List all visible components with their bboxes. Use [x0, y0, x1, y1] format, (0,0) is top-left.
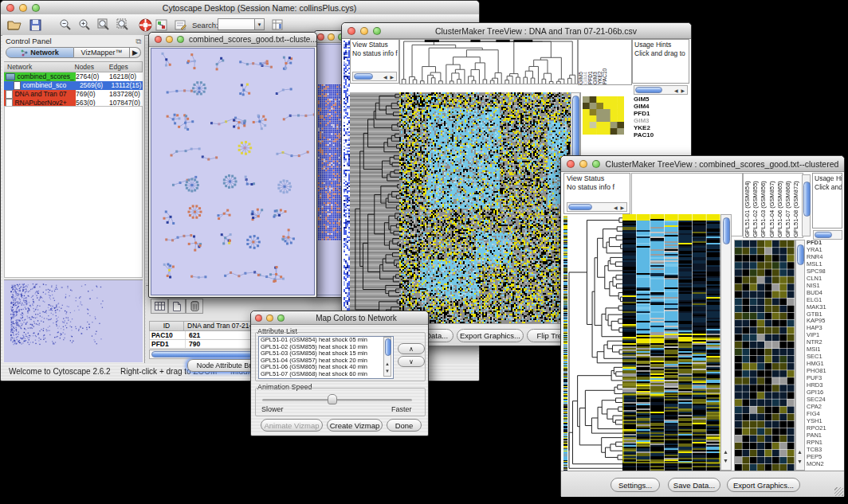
- gene-label[interactable]: VIP1: [807, 332, 842, 339]
- minimize-button[interactable]: [328, 33, 335, 41]
- network-canvas[interactable]: [151, 48, 315, 295]
- delete-attribute-icon[interactable]: [186, 299, 203, 314]
- array-label[interactable]: GPL51-02 (GSM855): [752, 174, 760, 237]
- gene-label[interactable]: YKE2: [634, 124, 689, 131]
- gene-label[interactable]: YRA1: [807, 247, 842, 254]
- attribute-list-item[interactable]: GPL51-02 (GSM855) heat shock 10 min: [259, 344, 393, 351]
- zoom-button[interactable]: [32, 4, 40, 12]
- gene-label[interactable]: PFD1: [634, 110, 689, 117]
- zoom-out-icon[interactable]: [57, 17, 74, 33]
- usage-hints-scrollbar[interactable]: ◀ ▶: [634, 85, 688, 95]
- zoom-selected-icon[interactable]: [114, 17, 132, 33]
- minimize-button[interactable]: [166, 36, 173, 43]
- select-attributes-icon[interactable]: [151, 299, 168, 314]
- global-view-strip[interactable]: [344, 39, 350, 323]
- resize-grip[interactable]: [834, 487, 843, 496]
- array-label[interactable]: GPL51-07 (GSM868): [784, 174, 792, 237]
- close-button[interactable]: [255, 315, 262, 322]
- gene-label[interactable]: GIM3: [634, 117, 689, 124]
- open-file-icon[interactable]: [6, 17, 23, 33]
- close-button[interactable]: [567, 160, 575, 168]
- attribute-list-item[interactable]: GPL51-01 (GSM854) heat shock 05 min: [259, 337, 393, 344]
- tab-vizmapper[interactable]: VizMapper™: [74, 47, 130, 58]
- gene-label[interactable]: MSL1: [807, 261, 842, 268]
- gene-label[interactable]: NIS1: [807, 283, 842, 290]
- gene-label[interactable]: MAK31: [807, 304, 842, 311]
- zoom-fit-icon[interactable]: [95, 17, 112, 33]
- done-button[interactable]: Done: [387, 419, 422, 432]
- settings-button[interactable]: Settings...: [610, 478, 660, 492]
- tab-network[interactable]: Network: [6, 47, 74, 58]
- zoom-button[interactable]: [592, 160, 600, 168]
- gene-label[interactable]: ELG1: [807, 297, 842, 304]
- row-dendrogram-canvas[interactable]: [350, 92, 399, 323]
- gene-label[interactable]: YSH1: [807, 418, 842, 425]
- zoom-button[interactable]: [277, 315, 285, 322]
- gene-label[interactable]: KAP95: [807, 318, 842, 325]
- gene-label[interactable]: SPC98: [807, 268, 842, 275]
- float-panel-icon[interactable]: ⧉: [135, 37, 141, 46]
- array-label[interactable]: GPL51-03 (GSM856): [760, 174, 768, 237]
- gene-label[interactable]: BUD4: [807, 290, 842, 297]
- scroll-down-icon[interactable]: ▼: [723, 458, 728, 463]
- scroll-up-icon[interactable]: ▲: [723, 449, 728, 455]
- gene-label[interactable]: TCB3: [807, 447, 842, 454]
- gene-label[interactable]: PHO81: [807, 368, 842, 375]
- close-button[interactable]: [347, 27, 355, 35]
- gene-label[interactable]: PFD1: [807, 240, 842, 247]
- id-column-header[interactable]: ID: [150, 322, 184, 330]
- usage-hints-scrollbar[interactable]: [813, 230, 842, 240]
- heatmap-v scrollbar[interactable]: ▲ ▼: [720, 214, 732, 471]
- save-icon[interactable]: [26, 17, 44, 33]
- gene-label[interactable]: RNR4: [807, 254, 842, 261]
- network-row-combined-scores[interactable]: combined_scores_ 2764(0) 16218(0): [4, 72, 143, 81]
- attribute-list-item[interactable]: GPL51-07 (GSM868) heat shock 60 min: [259, 371, 393, 378]
- network-row-dna-tran[interactable]: DNA and Tran 07 769(0) 183728(0): [4, 90, 143, 99]
- zoomed-heatmap-canvas[interactable]: [734, 240, 795, 472]
- scroll-up-icon[interactable]: ▲: [797, 449, 803, 455]
- gene-label[interactable]: PAC10: [634, 131, 689, 139]
- main-titlebar[interactable]: Cytoscape Desktop (Session Name: collins…: [1, 1, 479, 15]
- gene-label[interactable]: PAN1: [807, 432, 842, 440]
- column-dendrogram-canvas[interactable]: [399, 39, 578, 84]
- gene-label[interactable]: GTB1: [807, 311, 842, 318]
- export-graphics-button[interactable]: Export Graphics...: [727, 478, 800, 492]
- gene-label[interactable]: PUF3: [807, 375, 842, 382]
- gene-label[interactable]: SEC1: [807, 354, 842, 361]
- gene-label[interactable]: GIM4: [634, 103, 689, 110]
- gene-label[interactable]: GIM5: [634, 96, 689, 103]
- animate-vizmap-button[interactable]: Animate Vizmap: [261, 419, 323, 432]
- array-label[interactable]: GPL51-04 (GSM857): [768, 174, 776, 237]
- gene-label[interactable]: HRD3: [807, 382, 842, 389]
- array-label[interactable]: GPL51-01 (GSM854): [744, 174, 752, 237]
- minimize-button[interactable]: [266, 315, 273, 322]
- column-label[interactable]: PAC10: [603, 40, 607, 84]
- gene-label[interactable]: RPO21: [807, 425, 842, 432]
- minimize-button[interactable]: [19, 4, 27, 12]
- animation-speed-slider-thumb[interactable]: [328, 394, 337, 404]
- heatmap-canvas[interactable]: [399, 92, 571, 323]
- gene-label[interactable]: HMG1: [807, 361, 842, 368]
- attribute-list-item[interactable]: GPL51-03 (GSM856) heat shock 15 min: [259, 350, 393, 357]
- gene-label[interactable]: FIG4: [807, 411, 842, 418]
- gene-list-vscrollbar[interactable]: ▲ ▼: [795, 240, 805, 471]
- save-data-button[interactable]: Save Data...: [668, 478, 720, 492]
- move-down-button[interactable]: ∨: [398, 356, 425, 367]
- minimize-button[interactable]: [360, 27, 368, 35]
- network-row-selected[interactable]: combined_sco 2569(6) 13112(15): [4, 81, 143, 90]
- row-dendrogram-canvas[interactable]: [567, 216, 622, 471]
- scroll-down-icon[interactable]: ▼: [385, 369, 390, 373]
- close-button[interactable]: [6, 4, 14, 12]
- close-button[interactable]: [317, 33, 324, 41]
- gene-label[interactable]: HAP3: [807, 325, 842, 332]
- tab-overflow-button[interactable]: ▶: [130, 47, 141, 58]
- export-graphics-button[interactable]: Export Graphics...: [457, 329, 524, 342]
- attribute-list-item[interactable]: GPL51-04 (GSM857) heat shock 20 min: [259, 357, 393, 365]
- zoom-in-icon[interactable]: [76, 17, 93, 33]
- animation-speed-slider-track[interactable]: [262, 399, 412, 401]
- create-vizmap-button[interactable]: Create Vizmap: [327, 419, 383, 432]
- gene-label[interactable]: MON2: [807, 461, 842, 468]
- array-label[interactable]: GPL51-06 (GSM865): [776, 174, 784, 237]
- new-attribute-icon[interactable]: [168, 299, 186, 314]
- close-button[interactable]: [155, 36, 162, 43]
